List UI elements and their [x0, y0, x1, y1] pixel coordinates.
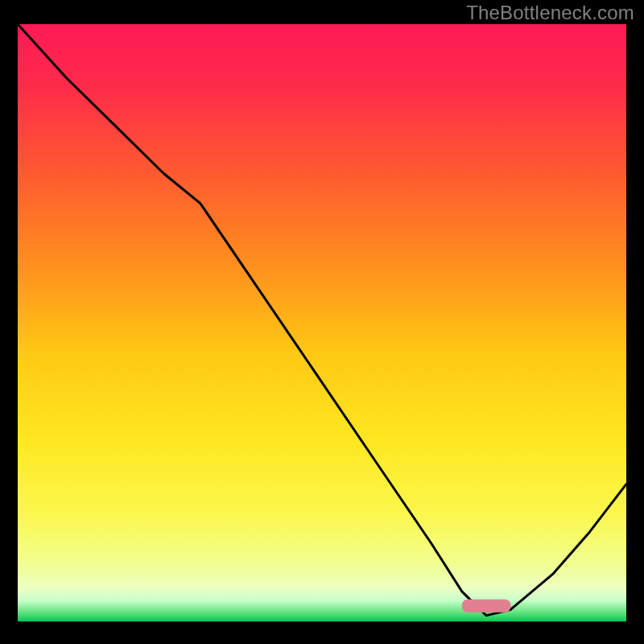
optimal-zone-marker: [462, 600, 511, 613]
chart-container: TheBottleneck.com: [0, 0, 644, 644]
heat-gradient: [18, 24, 626, 621]
watermark-text: TheBottleneck.com: [466, 2, 634, 24]
bottleneck-curve-chart: [0, 0, 644, 644]
